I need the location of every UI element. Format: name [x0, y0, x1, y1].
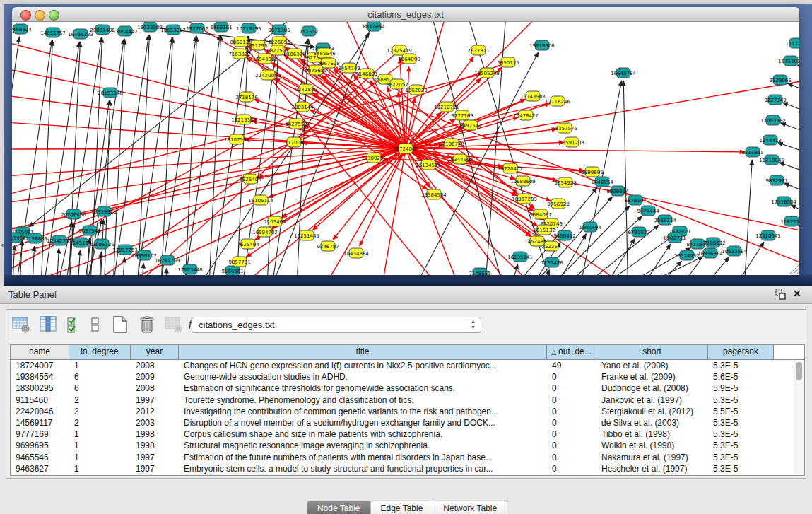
table-cell[interactable]: 0 — [547, 440, 596, 451]
tab-network-table[interactable]: Network Table — [433, 501, 507, 514]
table-row[interactable]: 1872400712008Changes of HCN gene express… — [11, 360, 804, 371]
table-cell[interactable]: 5.3E-5 — [708, 417, 774, 428]
column-header-short[interactable]: short — [596, 345, 708, 359]
network-node[interactable]: 8215955 — [741, 147, 763, 157]
table-cell[interactable]: 0 — [547, 463, 596, 474]
table-cell[interactable]: 2012 — [131, 406, 179, 417]
table-cell[interactable]: 0 — [547, 452, 596, 463]
network-node[interactable]: 18107554 — [224, 134, 249, 144]
table-cell[interactable]: Franke et al. (2009) — [596, 371, 708, 382]
network-node[interactable]: 10591208 — [559, 137, 584, 147]
network-node[interactable]: 20153346 — [98, 88, 123, 98]
table-cell[interactable]: Jankovic et al. (1997) — [596, 395, 708, 406]
network-node[interactable]: 9097548 — [78, 226, 100, 235]
table-cell[interactable]: Nakamura et al. (1997) — [596, 452, 708, 463]
table-cell[interactable]: Embryonic stem cells: a model to study s… — [179, 463, 547, 474]
table-row[interactable]: 1938455462009Genome-wide association stu… — [11, 371, 804, 382]
table-cell[interactable]: Hescheler et al. (1997) — [596, 463, 708, 474]
network-node[interactable]: 6466161 — [210, 22, 232, 32]
network-node[interactable]: 9474444 — [637, 206, 659, 216]
table-cell[interactable]: Tibbo et al. (1998) — [596, 428, 708, 440]
table-cell[interactable]: 18724007 — [11, 360, 69, 371]
network-node[interactable]: 7637811 — [467, 45, 489, 55]
network-node[interactable]: 891295 — [249, 40, 268, 50]
table-cell[interactable]: 2003 — [131, 417, 179, 428]
column-header-name[interactable]: name — [11, 345, 69, 359]
network-node[interactable]: 9346787 — [317, 241, 339, 251]
network-node[interactable]: 1117218 — [785, 38, 799, 48]
table-cell[interactable]: 0 — [547, 406, 596, 417]
table-row[interactable]: 946362711997Embryonic stem cells: a mode… — [11, 463, 804, 474]
table-cell[interactable]: 9699695 — [11, 440, 69, 451]
table-cell[interactable]: 5.3E-5 — [708, 463, 774, 474]
network-node[interactable]: 13954442 — [112, 26, 138, 36]
network-node[interactable]: 8813054 — [363, 22, 385, 31]
table-cell[interactable]: 0 — [547, 382, 596, 394]
network-node[interactable]: 20891406 — [90, 25, 115, 35]
table-cell[interactable]: 1998 — [131, 440, 179, 451]
table-cell[interactable]: Tourette syndrome. Phenomenology and cla… — [179, 395, 547, 406]
network-canvas[interactable]: 1872400794683241405575716791233208914061… — [12, 22, 799, 275]
network-node[interactable]: 16514552 — [674, 250, 700, 260]
column-header-title[interactable]: title — [179, 345, 547, 359]
column-header-out_de[interactable]: △out_de... — [547, 345, 596, 359]
network-node[interactable]: 2718176 — [235, 92, 258, 102]
network-node[interactable]: 10476427 — [513, 110, 539, 120]
panel-collapse-arrow-icon[interactable]: ◂ — [0, 240, 4, 249]
network-node[interactable]: 10933564 — [722, 246, 747, 256]
table-row[interactable]: 969969511998Structural magnetic resonanc… — [11, 440, 804, 451]
network-node[interactable]: 10719195 — [236, 23, 261, 33]
network-node[interactable]: 2935114 — [654, 215, 676, 225]
table-cell[interactable]: 22420046 — [11, 406, 69, 417]
network-node[interactable]: 6879197 — [624, 195, 646, 205]
network-node[interactable]: 16033809 — [137, 22, 163, 32]
network-node[interactable]: 14055757 — [40, 28, 66, 37]
table-cell[interactable]: Genome-wide association studies in ADHD. — [179, 371, 547, 382]
table-cell[interactable]: Dudbridge et al. (2008) — [596, 382, 708, 394]
table-cell[interactable]: Structural magnetic resonance image aver… — [179, 440, 547, 451]
table-row[interactable]: 946554611997Estimation of the future num… — [11, 452, 804, 463]
network-node[interactable]: 10688609 — [510, 176, 536, 186]
scrollbar-thumb[interactable] — [796, 362, 802, 380]
table-cell[interactable]: 6 — [69, 371, 131, 382]
network-node[interactable]: 751552 — [300, 26, 319, 36]
table-row[interactable]: 2242004622012Investigating the contribut… — [11, 406, 804, 417]
table-cell[interactable]: 19384554 — [11, 371, 69, 382]
network-node[interactable]: 7625404 — [237, 239, 259, 249]
table-cell[interactable]: Changes of HCN gene expression and I(f) … — [179, 360, 547, 371]
table-cell[interactable]: 2 — [69, 406, 131, 417]
close-panel-icon[interactable]: ✕ — [793, 288, 801, 299]
table-cell[interactable]: 1 — [69, 428, 131, 440]
table-cell[interactable]: 49 — [547, 360, 596, 371]
table-cell[interactable]: Wolkin et al. (1998) — [596, 440, 708, 451]
table-cell[interactable]: 5.3E-5 — [708, 395, 774, 406]
tab-edge-table[interactable]: Edge Table — [371, 501, 434, 514]
network-node[interactable]: 1244413 — [759, 135, 781, 145]
table-cell[interactable]: 1 — [69, 440, 131, 451]
table-cell[interactable]: 9465546 — [11, 452, 69, 463]
table-cell[interactable]: 1 — [69, 452, 131, 463]
table-cell[interactable]: 2009 — [131, 371, 179, 382]
float-panel-icon[interactable] — [775, 289, 786, 300]
network-node[interactable]: 19218506 — [529, 40, 555, 50]
network-node[interactable]: 16936364 — [698, 248, 723, 258]
column-header-in_degree[interactable]: in_degree — [69, 345, 131, 359]
table-panel-header[interactable]: Table Panel ✕ — [0, 286, 812, 304]
table-cell[interactable]: de Silva et al. (2003) — [596, 417, 708, 428]
table-cell[interactable]: 6 — [69, 382, 131, 394]
table-cell[interactable]: 1998 — [131, 428, 179, 440]
table-cell[interactable]: 9115460 — [11, 395, 69, 406]
table-cell[interactable]: Stergiakouli et al. (2012) — [596, 406, 708, 417]
table-cell[interactable]: 5.3E-5 — [708, 360, 774, 371]
table-cell[interactable]: Corpus callosum shape and size in male p… — [179, 428, 547, 440]
table-cell[interactable]: 1997 — [131, 463, 179, 474]
table-row[interactable]: 977716911998Corpus callosum shape and si… — [11, 428, 804, 440]
network-node[interactable]: 9227349 — [764, 95, 786, 105]
network-node[interactable]: 9756928 — [547, 199, 569, 209]
table-cell[interactable]: 1 — [69, 463, 131, 474]
table-cell[interactable]: Yano et al. (2008) — [596, 360, 708, 371]
network-node[interactable]: 12118246 — [545, 96, 570, 106]
table-cell[interactable]: 1997 — [131, 452, 179, 463]
network-node[interactable]: 9560061 — [221, 266, 243, 275]
table-cell[interactable]: 9777169 — [11, 428, 69, 440]
